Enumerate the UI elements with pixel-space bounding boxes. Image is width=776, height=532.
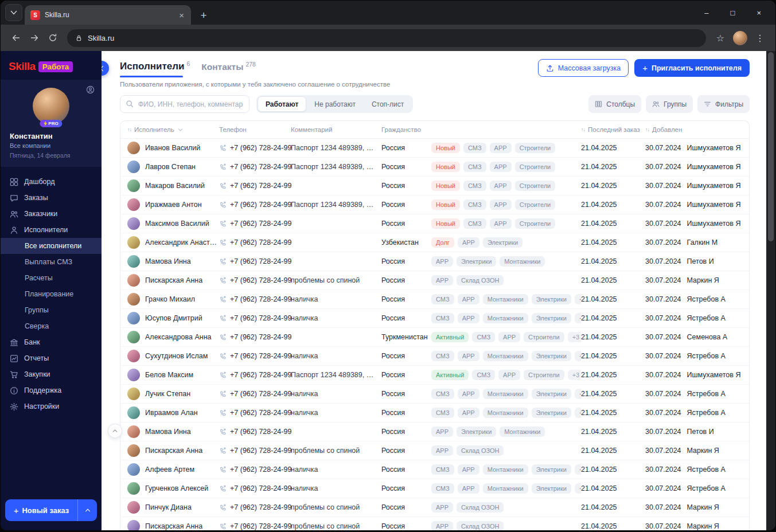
refresh-button[interactable] bbox=[44, 29, 61, 46]
phone-cell[interactable]: +7 (962) 728-24-99 bbox=[219, 428, 291, 436]
phone-cell[interactable]: +7 (962) 728-24-99 bbox=[219, 163, 291, 171]
table-row[interactable]: Ивраамов Алан+7 (962) 728-24-99наличкаРо… bbox=[120, 404, 749, 423]
close-button[interactable]: × bbox=[746, 9, 772, 17]
sidebar-subitem[interactable]: Все исполнители bbox=[1, 238, 102, 254]
phone-cell[interactable]: +7 (962) 728-24-99 bbox=[219, 182, 291, 190]
table-row[interactable]: Александрова Анна+7 (962) 728-24-99Туркм… bbox=[120, 328, 749, 347]
table-row[interactable]: Пинчук Диана+7 (962) 728-24-99проблемы с… bbox=[120, 498, 749, 517]
sort-icon[interactable]: ↑↓ bbox=[645, 127, 649, 132]
table-row[interactable]: Пискарская Анна+7 (962) 728-24-99проблем… bbox=[120, 441, 749, 460]
phone-cell[interactable]: +7 (962) 728-24-99 bbox=[219, 314, 291, 322]
invite-performer-button[interactable]: +Пригласить исполнителя bbox=[634, 59, 750, 77]
tag: Активный bbox=[431, 370, 469, 380]
table-row[interactable]: Лучик Степан+7 (962) 728-24-99наличкаРос… bbox=[120, 385, 749, 404]
table-row[interactable]: Грачко Михаил+7 (962) 728-24-99наличкаРо… bbox=[120, 290, 749, 309]
phone-cell[interactable]: +7 (962) 728-24-99 bbox=[219, 371, 291, 379]
phone-cell[interactable]: +7 (962) 728-24-99 bbox=[219, 503, 291, 511]
table-row[interactable]: Макаров Василий+7 (962) 728-24-99РоссияН… bbox=[120, 177, 749, 195]
sidebar-subitem[interactable]: Группы bbox=[1, 302, 102, 318]
groups-button[interactable]: Группы bbox=[646, 95, 693, 113]
scrollbar-thumb[interactable] bbox=[768, 52, 774, 241]
segment-2[interactable]: Стоп-лист bbox=[364, 96, 412, 112]
profile-avatar[interactable] bbox=[33, 88, 69, 124]
table-row[interactable]: Сухутдинов Ислам+7 (962) 728-24-99наличк… bbox=[120, 347, 749, 366]
bulk-upload-button[interactable]: Массовая загрузка bbox=[538, 59, 629, 77]
table-row[interactable]: Гурченков Алексей+7 (962) 728-24-99налич… bbox=[120, 479, 749, 498]
column-added[interactable]: ↑↓Добавлен bbox=[645, 126, 742, 133]
address-bar[interactable]: Skilla.ru bbox=[67, 29, 706, 47]
new-order-expand-button[interactable] bbox=[77, 499, 97, 521]
contact-card-icon[interactable] bbox=[86, 85, 95, 96]
segment-0[interactable]: Работают bbox=[258, 96, 306, 112]
profile-company[interactable]: Все компании bbox=[10, 142, 92, 149]
phone-cell[interactable]: +7 (962) 728-24-99 bbox=[219, 257, 291, 265]
phone-cell[interactable]: +7 (962) 728-24-99 bbox=[219, 390, 291, 398]
new-order-button[interactable]: +Новый заказ bbox=[5, 499, 97, 521]
table-row[interactable]: Юсупов Дмитрий+7 (962) 728-24-99наличкаР… bbox=[120, 309, 749, 328]
phone-cell[interactable]: +7 (962) 728-24-99 bbox=[219, 144, 291, 152]
sidebar-subitem[interactable]: Выплаты СМЗ bbox=[1, 254, 102, 270]
table-row[interactable]: Белов Максим+7 (962) 728-24-99Паспорт 12… bbox=[120, 366, 749, 385]
segment-1[interactable]: Не работают bbox=[306, 96, 364, 112]
sidebar-item-customers[interactable]: Заказчики bbox=[1, 206, 102, 222]
filters-button[interactable]: Фильтры bbox=[697, 95, 750, 113]
sidebar-item-purchases[interactable]: Закупки bbox=[1, 366, 102, 382]
worker-name-cell: Ивраамов Алан bbox=[127, 406, 219, 419]
phone-cell[interactable]: +7 (962) 728-24-99 bbox=[219, 333, 291, 341]
minimize-button[interactable]: – bbox=[693, 9, 719, 17]
phone-cell[interactable]: +7 (962) 728-24-99 bbox=[219, 484, 291, 492]
browser-tab[interactable]: S Skilla.ru × bbox=[25, 5, 191, 25]
table-row[interactable]: Александрик Анастасия+7 (962) 728-24-99У… bbox=[120, 233, 749, 252]
phone-cell[interactable]: +7 (962) 728-24-99 bbox=[219, 238, 291, 247]
phone-cell[interactable]: +7 (962) 728-24-99 bbox=[219, 352, 291, 360]
table-row[interactable]: Алфеев Артем+7 (962) 728-24-99наличкаРос… bbox=[120, 460, 749, 479]
bookmark-star-icon[interactable]: ☆ bbox=[712, 29, 729, 46]
phone-cell[interactable]: +7 (962) 728-24-99 bbox=[219, 295, 291, 303]
table-row[interactable]: Мамова Инна+7 (962) 728-24-99РоссияАРРЭл… bbox=[120, 423, 749, 441]
tab-list-button[interactable] bbox=[5, 4, 22, 21]
tab-performers[interactable]: Исполнители6 bbox=[120, 60, 190, 77]
table-row[interactable]: Мамова Инна+7 (962) 728-24-99РоссияАРРЭл… bbox=[120, 252, 749, 271]
phone-cell[interactable]: +7 (962) 728-24-99 bbox=[219, 276, 291, 284]
search-input[interactable] bbox=[120, 95, 249, 113]
phone-cell[interactable]: +7 (962) 728-24-99 bbox=[219, 522, 291, 530]
sidebar-subitem[interactable]: Сверка bbox=[1, 318, 102, 334]
column-performer[interactable]: ↑↓Исполнитель bbox=[127, 126, 219, 133]
sidebar-item-workers[interactable]: Исполнители bbox=[1, 222, 102, 238]
sidebar-item-orders[interactable]: Заказы bbox=[1, 190, 102, 206]
browser-menu-icon[interactable]: ⋮ bbox=[751, 29, 769, 46]
phone-cell[interactable]: +7 (962) 728-24-99 bbox=[219, 201, 291, 209]
table-row[interactable]: Иванов Василий+7 (962) 728-24-99Паспорт … bbox=[120, 139, 749, 158]
browser-profile-avatar[interactable] bbox=[733, 31, 747, 45]
sidebar-subitem[interactable]: Планирование bbox=[1, 286, 102, 302]
column-last-order[interactable]: ↑↓Последний заказ bbox=[581, 126, 645, 133]
page-scrollbar[interactable] bbox=[766, 51, 775, 530]
back-button[interactable] bbox=[7, 29, 25, 46]
sidebar-item-support[interactable]: Поддержка bbox=[1, 382, 102, 398]
tab-contacts[interactable]: Контакты278 bbox=[201, 61, 256, 77]
table-row[interactable]: Максимов Василий+7 (962) 728-24-99Россия… bbox=[120, 214, 749, 233]
sidebar-item-reports[interactable]: Отчеты bbox=[1, 350, 102, 366]
worker-name: Мамова Инна bbox=[145, 428, 191, 436]
sidebar-item-dashboard[interactable]: Дашборд bbox=[1, 174, 102, 190]
forward-button[interactable] bbox=[26, 29, 43, 46]
columns-button[interactable]: Столбцы bbox=[588, 95, 641, 113]
table-row[interactable]: Пискарская Анна+7 (962) 728-24-99проблем… bbox=[120, 517, 749, 530]
maximize-button[interactable]: □ bbox=[720, 9, 746, 17]
sidebar-subitem[interactable]: Расчеты bbox=[1, 270, 102, 286]
phone-cell[interactable]: +7 (962) 728-24-99 bbox=[219, 220, 291, 228]
sidebar-item-settings[interactable]: Настройки bbox=[1, 398, 102, 414]
table-row[interactable]: Пискарская Анна+7 (962) 728-24-99проблем… bbox=[120, 271, 749, 290]
chevron-down-icon[interactable] bbox=[177, 127, 184, 133]
scroll-top-button[interactable] bbox=[108, 424, 122, 438]
tab-close-icon[interactable]: × bbox=[178, 10, 185, 20]
table-row[interactable]: Лавров Степан+7 (962) 728-24-99Паспорт 1… bbox=[120, 158, 749, 177]
table-row[interactable]: Иражмаев Антон+7 (962) 728-24-99Паспорт … bbox=[120, 195, 749, 214]
sort-icon[interactable]: ↑↓ bbox=[127, 127, 131, 132]
sort-icon[interactable]: ↑↓ bbox=[581, 127, 585, 132]
phone-cell[interactable]: +7 (962) 728-24-99 bbox=[219, 466, 291, 474]
new-tab-button[interactable]: + bbox=[196, 7, 212, 23]
phone-cell[interactable]: +7 (962) 728-24-99 bbox=[219, 447, 291, 455]
sidebar-item-bank[interactable]: Банк bbox=[1, 334, 102, 350]
phone-cell[interactable]: +7 (962) 728-24-99 bbox=[219, 409, 291, 417]
